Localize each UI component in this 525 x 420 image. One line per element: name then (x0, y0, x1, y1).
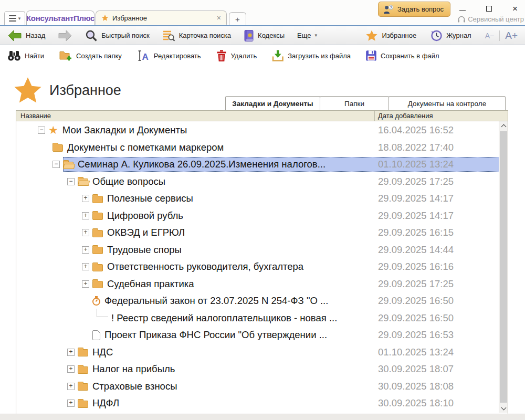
tree-row[interactable]: Документы с пометками маркером 18.08.202… (17, 139, 499, 156)
tree-item-date: 29.09.2025 14:44 (378, 244, 454, 256)
search-card-button[interactable]: Карточка поиска (162, 29, 231, 41)
tree-row[interactable]: + Трудовые споры 29.09.2025 14:44 (17, 242, 499, 259)
tree-row[interactable]: + Полезные сервисы 29.09.2025 14:17 (17, 190, 499, 207)
search-card-icon (162, 29, 175, 41)
app-logo[interactable]: КонсультантПлюс (26, 10, 94, 25)
font-decrease-button[interactable]: A− (485, 32, 495, 40)
scroll-up-button[interactable] (499, 121, 508, 130)
view-tab-2[interactable]: Папки (320, 96, 389, 110)
tree-item-date: 01.10.2025 13:24 (378, 159, 454, 170)
minimize-button[interactable] (459, 4, 466, 13)
service-center-link[interactable]: Сервисный центр (457, 15, 524, 23)
tree-row[interactable]: + Страховые взносы 30.09.2025 18:08 (17, 378, 499, 395)
tree-item-date: 29.09.2025 14:17 (378, 193, 454, 204)
expander-icon[interactable]: − (52, 161, 60, 168)
tree-row[interactable]: + Ответственность руководителя, бухгалте… (17, 258, 499, 276)
favorites-button[interactable]: Избранное (365, 29, 416, 42)
expander-icon[interactable]: + (67, 400, 75, 407)
tree-item-date: 30.09.2025 18:10 (378, 397, 454, 409)
tree-row[interactable]: + Налог на прибыль 30.09.2025 18:07 (17, 361, 499, 378)
expander-icon[interactable]: + (82, 212, 89, 219)
back-arrow-icon (7, 29, 22, 42)
more-button[interactable]: Еще ▾ (297, 32, 317, 39)
page-title: Избранное (49, 82, 121, 99)
vertical-scrollbar[interactable] (499, 121, 508, 413)
tree-item-label: НДС (92, 346, 113, 358)
book-icon (244, 29, 254, 42)
expander-icon[interactable]: − (67, 178, 75, 185)
tree-item-date: 16.04.2025 16:52 (378, 124, 454, 136)
create-folder-button[interactable]: Создать папку (59, 50, 122, 61)
expander-icon[interactable]: + (82, 195, 89, 202)
quick-search-button[interactable]: Быстрый поиск (85, 29, 150, 42)
tree-row[interactable]: − Общие вопросы 29.09.2025 17:25 (17, 173, 499, 191)
tree-item-label: Семинар А. Куликова 26.09.2025.Изменения… (78, 159, 326, 170)
tree-item-date: 29.09.2025 16:16 (378, 261, 454, 272)
tree-row[interactable]: − Семинар А. Куликова 26.09.2025.Изменен… (17, 156, 499, 173)
tree-row[interactable]: + ОКВЭД и ЕГРЮЛ 29.09.2025 16:15 (17, 224, 499, 242)
ask-question-button[interactable]: ? Задать вопрос (378, 2, 450, 17)
tab-label: Избранное (112, 14, 213, 22)
edit-button[interactable]: A Редактировать (136, 49, 201, 62)
tree-item-label: Проект Приказа ФНС России "Об утверждени… (104, 329, 327, 341)
tree-row[interactable]: Проект Приказа ФНС России "Об утверждени… (17, 327, 499, 344)
close-button[interactable]: × (511, 4, 519, 13)
forward-button[interactable] (58, 29, 72, 42)
maximize-button[interactable] (485, 4, 492, 13)
expander-icon[interactable]: + (82, 280, 89, 288)
column-name[interactable]: Название (20, 112, 51, 120)
expander-icon[interactable]: + (67, 349, 75, 356)
folder-icon (92, 196, 103, 203)
view-tab-3[interactable]: Документы на контроле (388, 96, 506, 110)
tree-item-label: ! Реестр сведений налогоплательщиков - н… (111, 312, 337, 324)
close-tab-icon[interactable]: × (217, 14, 221, 22)
tree-item-date: 29.09.2025 16:15 (378, 227, 454, 238)
tree-row[interactable]: + Судебная практика 29.09.2025 17:25 (17, 276, 499, 293)
quick-search-label: Быстрый поиск (101, 32, 150, 39)
tree-list: − ★ Мои Закладки и Документы 16.04.2025 … (16, 121, 508, 414)
ask-question-label: Задать вопрос (397, 5, 444, 13)
tree-row[interactable]: + Цифровой рубль 29.09.2025 14:17 (17, 207, 499, 225)
view-tabs: Закладки и ДокументыПапкиДокументы на ко… (226, 96, 506, 110)
expander-icon[interactable]: + (67, 383, 75, 390)
font-increase-button[interactable]: A+ (505, 30, 518, 41)
tree-row[interactable]: − ★ Мои Закладки и Документы 16.04.2025 … (17, 122, 499, 139)
main-menu-button[interactable]: ▾ (4, 11, 25, 25)
column-header[interactable]: Название Дата добавления (16, 110, 508, 121)
scroll-down-button[interactable] (499, 404, 508, 413)
tree-row[interactable]: + НДФЛ 30.09.2025 18:10 (17, 395, 499, 412)
scrollbar-thumb[interactable] (500, 131, 507, 403)
chevron-down-icon: ▾ (315, 33, 318, 38)
expander-icon[interactable]: + (82, 263, 89, 270)
star-icon: ★ (48, 125, 58, 135)
column-date[interactable]: Дата добавления (374, 111, 508, 121)
find-button[interactable]: Найти (7, 50, 44, 61)
tree-item-date: 29.09.2025 17:25 (378, 176, 454, 187)
load-from-file-button[interactable]: Загрузить из файла (271, 49, 351, 62)
delete-button[interactable]: Удалить (216, 49, 257, 62)
search-icon (85, 29, 98, 42)
more-label: Еще (297, 32, 311, 39)
delete-label: Удалить (231, 52, 257, 60)
folder-icon (78, 383, 88, 391)
journal-button[interactable]: Журнал (430, 29, 471, 42)
tree-row[interactable]: + НДС 01.10.2025 13:24 (17, 344, 499, 361)
tree-row[interactable]: ! Реестр сведений налогоплательщиков - н… (17, 310, 499, 327)
tree-row[interactable]: Федеральный закон от 23.07.2025 N 254-ФЗ… (17, 292, 499, 310)
codes-button[interactable]: Кодексы (244, 29, 285, 42)
expander-icon[interactable]: + (67, 365, 75, 373)
folder-icon (92, 264, 103, 271)
tree-item-label: Трудовые споры (107, 244, 182, 256)
chevron-down-icon (501, 405, 506, 410)
new-tab-button[interactable]: + (229, 12, 246, 25)
tree-rows: − ★ Мои Закладки и Документы 16.04.2025 … (17, 122, 499, 414)
chevron-up-icon (501, 124, 506, 129)
save-to-file-label: Сохранить в файл (381, 52, 439, 60)
expander-icon[interactable]: + (82, 229, 89, 236)
expander-icon[interactable]: − (38, 127, 45, 134)
tab-favorites[interactable]: Избранное × (96, 10, 227, 25)
expander-icon[interactable]: + (82, 246, 89, 254)
save-to-file-button[interactable]: Сохранить в файл (365, 50, 439, 61)
back-button[interactable]: Назад (7, 29, 45, 42)
view-tab-1[interactable]: Закладки и Документы (225, 96, 320, 110)
